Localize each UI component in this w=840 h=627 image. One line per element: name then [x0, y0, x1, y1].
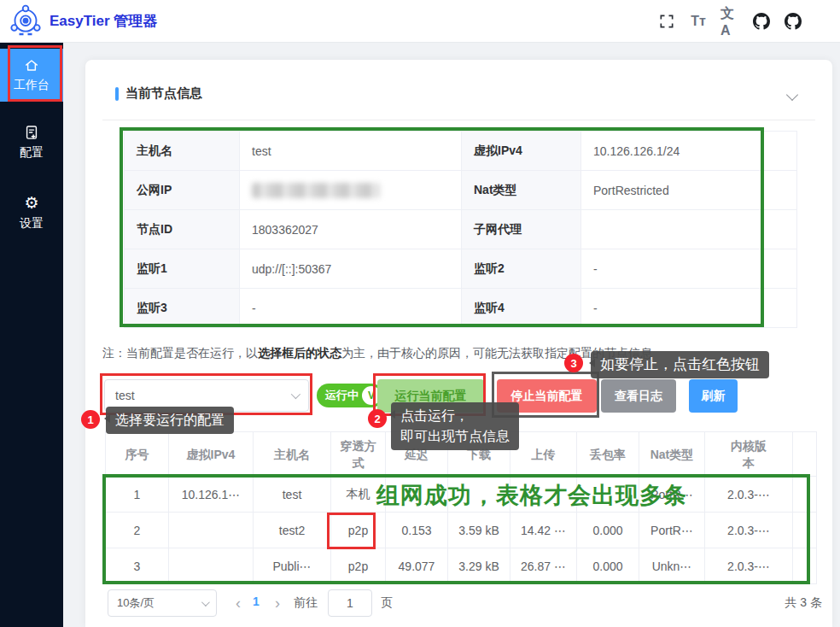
node-info-label: 主机名 [125, 132, 240, 171]
sidebar-item-settings[interactable]: ⚙ 设置 [0, 186, 63, 240]
view-logs-button[interactable]: 查看日志 [601, 379, 676, 413]
peer-table-header-extra [793, 432, 817, 477]
node-info-value: udp://[::]:50367 [240, 249, 462, 289]
section-title: 当前节点信息 [125, 85, 202, 102]
peer-table-cell: 2.0.3-⋯ [705, 477, 793, 513]
peer-table-row: 3Publi⋯p2p49.0773.29 kB26.87 ⋯0.000Unkn⋯… [106, 548, 817, 584]
peer-table-header: 上传 [510, 432, 577, 477]
peer-table-cell: 2 [106, 513, 169, 548]
peer-table-cell: 0.000 [577, 548, 639, 584]
peer-table-header: 丢包率 [577, 432, 639, 477]
font-size-icon[interactable]: Tᴛ [689, 12, 708, 31]
peer-table-cell: p2p [331, 513, 386, 548]
config-select-value: test [115, 389, 135, 402]
gear-icon: ⚙ [24, 195, 38, 212]
note-bold: 选择框后的状态 [258, 346, 341, 360]
goto-page-input[interactable] [328, 589, 372, 617]
peer-table-cell [169, 513, 254, 548]
peer-table-cell: 14.42 ⋯ [510, 513, 577, 548]
peer-table-header: 序号 [106, 432, 169, 477]
app-logo-icon [9, 4, 43, 38]
note-text: 注：当前配置是否在运行，以选择框后的状态为主，由于核心的原因，可能无法获取指定配… [102, 346, 652, 361]
sidebar-item-config[interactable]: 配置 [0, 115, 63, 169]
main-card: 当前节点信息 主机名test虚拟IPv410.126.126.1/24公网IPN… [85, 60, 832, 627]
note-suffix: 为主，由于核心的原因，可能无法获取指定配置的节点信息 [341, 346, 652, 360]
peer-table-cell: 3.29 kB [448, 548, 510, 584]
peer-table-header: 虚拟IPv4 [169, 432, 254, 477]
chevron-down-icon[interactable] [786, 89, 798, 101]
page: EasyTier 管理器 Tᴛ 文A 工作台 [0, 0, 840, 627]
prev-page-button[interactable]: ‹ [236, 593, 241, 613]
node-info-label: 公网IP [125, 171, 240, 210]
peer-table-cell [448, 477, 510, 513]
topbar-icons: Tᴛ 文A [657, 0, 802, 43]
node-info-row: 公网IPNat类型PortRestricted [125, 171, 797, 210]
node-info-row: 主机名test虚拟IPv410.126.126.1/24 [125, 132, 797, 171]
peer-table: 序号虚拟IPv4主机名穿透方式延迟下载上传丢包率Nat类型内核版本 110.12… [105, 431, 817, 584]
peer-table-cell: Unkn⋯ [639, 548, 705, 584]
peer-table-cell: 本机 [331, 477, 386, 513]
section-accent-bar [115, 87, 119, 101]
current-page[interactable]: 1 [253, 595, 260, 608]
node-info-value: 10.126.126.1/24 [581, 132, 763, 171]
peer-table-header: 下载 [448, 432, 510, 477]
node-info-extra-cell [763, 171, 797, 210]
peer-table-header: 主机名 [254, 432, 331, 477]
peer-table-cell: 2.0.3-⋯ [705, 513, 793, 548]
home-icon [23, 57, 40, 73]
peer-table-extra-cell [793, 513, 817, 548]
next-page-button[interactable]: › [275, 593, 280, 613]
peer-table-cell: 3 [106, 548, 169, 584]
peer-table-header: Nat类型 [639, 432, 705, 477]
peer-table-cell: PortR⋯ [639, 477, 705, 513]
status-badge-label: 运行中 [325, 388, 359, 403]
node-info-table: 主机名test虚拟IPv410.126.126.1/24公网IPNat类型Por… [124, 131, 797, 328]
sidebar-item-workbench[interactable]: 工作台 [0, 49, 63, 102]
app-title: EasyTier 管理器 [50, 11, 157, 31]
node-info-extra-cell [763, 210, 797, 249]
fullscreen-icon[interactable] [657, 12, 676, 31]
node-info-value: - [581, 249, 763, 289]
peer-table-cell: 26.87 ⋯ [510, 548, 577, 584]
peer-table-cell [386, 477, 448, 513]
page-size-select[interactable]: 10条/页 [108, 589, 217, 617]
node-info-extra-cell [763, 249, 797, 289]
run-config-button[interactable]: 运行当前配置 [377, 379, 484, 413]
peer-table-row: 2test2p2p0.1533.59 kB14.42 ⋯0.000PortR⋯2… [106, 513, 817, 548]
page-unit-label: 页 [381, 595, 393, 611]
peer-table-cell: test [254, 477, 331, 513]
node-info-label: 节点ID [125, 210, 240, 249]
node-info-row: 节点ID1803362027子网代理 [125, 210, 797, 249]
status-badge: 运行中 V [317, 384, 383, 407]
peer-table-cell: PortR⋯ [639, 513, 705, 548]
note-prefix: 注：当前配置是否在运行，以 [102, 346, 258, 360]
peer-table-row: 110.126.1⋯test本机PortR⋯2.0.3-⋯ [106, 477, 817, 513]
github-icon-2[interactable] [784, 12, 802, 31]
node-info-row: 监听3-监听4- [125, 289, 797, 328]
chevron-down-icon [291, 390, 300, 399]
peer-table-header: 穿透方式 [331, 432, 386, 477]
node-info-label: 虚拟IPv4 [462, 132, 581, 171]
refresh-button[interactable]: 刷新 [689, 379, 738, 413]
redacted-value [252, 183, 380, 198]
peer-table-cell: 49.077 [386, 548, 448, 584]
peer-table-cell: p2p [331, 548, 386, 584]
node-info-label: 监听2 [462, 249, 581, 289]
peer-table-cell [510, 477, 577, 513]
node-info-label: Nat类型 [462, 171, 581, 210]
document-plus-icon [23, 124, 40, 141]
stop-config-button[interactable]: 停止当前配置 [497, 379, 597, 413]
peer-table-cell: 2.0.3-⋯ [705, 548, 793, 584]
sidebar: 工作台 配置 ⚙ 设置 [0, 43, 63, 627]
divider [102, 120, 815, 120]
node-info-value: - [581, 289, 763, 328]
node-info-label: 监听1 [125, 249, 240, 289]
config-select[interactable]: test [104, 379, 309, 412]
node-info-extra-cell [763, 289, 797, 328]
node-info-value: - [240, 289, 462, 328]
total-count: 共 3 条 [785, 595, 822, 611]
node-info-value [581, 210, 763, 249]
github-icon[interactable] [752, 12, 771, 31]
translate-icon[interactable]: 文A [720, 12, 739, 31]
peer-table-extra-cell [793, 548, 817, 584]
